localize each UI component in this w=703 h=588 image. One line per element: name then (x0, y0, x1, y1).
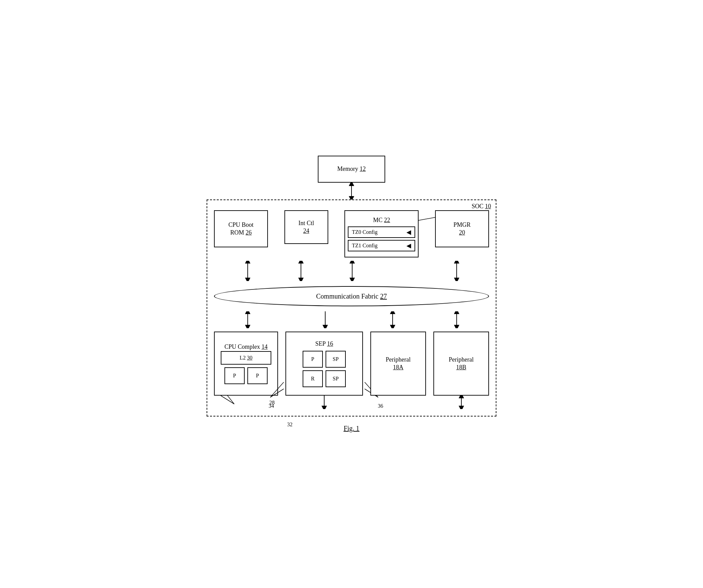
peripheral-18a-group: Peripheral18A (370, 332, 426, 396)
mc-group: MC 22 TZ0 Config ◀ TZ1 Config ◀ (344, 210, 419, 257)
soc-bottom-row: CPU Complex 14 L2 30 P P 28 (214, 332, 489, 409)
sep-group: SEP 16 P SP R SP (285, 332, 363, 409)
sep-p-box: P (303, 351, 323, 368)
l2-box: L2 30 (221, 351, 271, 365)
fabric-row: Communication Fabric 27 (214, 284, 489, 308)
tz0-arrow-left: ◀ (406, 228, 411, 236)
cpu-boot-rom-label: CPU BootROM 26 (228, 221, 254, 237)
bottom-arrows-svg (214, 311, 490, 328)
l2-label: L2 30 (240, 355, 252, 361)
soc-label: SOC 10 (471, 203, 491, 210)
svg-line-13 (270, 382, 284, 397)
tz1-config-box: TZ1 Config ◀ (348, 240, 415, 251)
callout-36: 36 (378, 403, 383, 409)
peripheral-18a-label: Peripheral18A (386, 356, 411, 372)
svg-line-11 (227, 396, 234, 404)
int-ctl-label: Int Ctl24 (298, 219, 314, 235)
svg-line-14 (270, 389, 284, 397)
int-ctl-group: Int Ctl24 (284, 210, 328, 244)
peripheral-18b-group: Peripheral18B (433, 332, 489, 409)
peripheral-18b-label: Peripheral18B (449, 356, 474, 372)
p-row: P P (224, 367, 268, 384)
callout-34: 34 (269, 403, 274, 409)
sep-sp2-box: SP (326, 370, 346, 387)
top-arrows-svg (214, 261, 490, 281)
mc-box: MC 22 TZ0 Config ◀ TZ1 Config ◀ (344, 210, 419, 257)
sep-inner: P SP R SP (303, 351, 346, 387)
callout-28-svg (217, 394, 238, 406)
pmgr-label: PMGR20 (453, 221, 470, 237)
memory-arrow-svg (345, 183, 358, 199)
callout-32: 32 (287, 422, 293, 428)
cpu-p1-box: P (224, 367, 245, 384)
pmgr-box: PMGR20 (435, 210, 489, 247)
sep-r-box: R (303, 370, 323, 387)
sep-label: SEP 16 (315, 340, 333, 348)
peripheral-18b-box: Peripheral18B (433, 332, 489, 396)
int-ctl-box: Int Ctl24 (284, 210, 328, 244)
mc-label: MC 22 (373, 216, 390, 224)
cpu-boot-rom-box: CPU BootROM 26 (214, 210, 268, 247)
mc-inner: TZ0 Config ◀ TZ1 Config ◀ (348, 226, 415, 251)
sep-box: SEP 16 P SP R SP (285, 332, 363, 396)
sep-sp1-box: SP (326, 351, 346, 368)
sep-bottom-arrow-svg (319, 396, 329, 409)
cpu-boot-rom-group: CPU BootROM 26 (214, 210, 268, 247)
memory-label: Memory 12 (337, 165, 366, 173)
svg-line-1 (419, 217, 437, 220)
svg-line-10 (221, 396, 234, 404)
fig-text: Fig. 1 (344, 425, 360, 432)
callout-34-svg (267, 382, 287, 399)
cpu-p2-box: P (247, 367, 268, 384)
pmgr-group: PMGR20 (435, 210, 489, 247)
soc-box: SOC 10 CPU BootROM 26 Int Ctl24 (207, 199, 496, 416)
peripheral-18a-box: Peripheral18A (370, 332, 426, 396)
memory-box: Memory 12 (318, 156, 385, 183)
diagram-container: Memory 12 SOC 10 (200, 156, 503, 432)
tz0-config-box: TZ0 Config ◀ (348, 226, 415, 238)
tz1-config-label: TZ1 Config (352, 243, 377, 249)
cpu-complex-label: CPU Complex 14 (224, 343, 268, 351)
fig-label: Fig. 1 (200, 425, 503, 432)
soc-top-row: CPU BootROM 26 Int Ctl24 MC 22 (214, 210, 489, 257)
diagram-wrapper: Memory 12 SOC 10 (200, 156, 503, 432)
tz1-arrow-left: ◀ (406, 242, 411, 249)
fabric-label: Communication Fabric 27 (316, 292, 387, 300)
fabric-ellipse: Communication Fabric 27 (214, 286, 489, 306)
peripheral-18b-bottom-arrow-svg (456, 396, 466, 409)
tz0-config-label: TZ0 Config (352, 229, 377, 235)
